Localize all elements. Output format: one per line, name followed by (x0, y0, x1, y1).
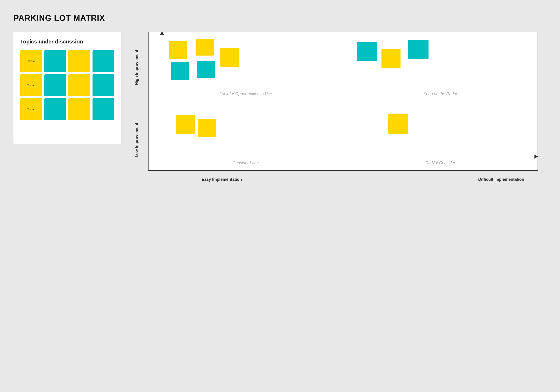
sticky-note[interactable] (197, 61, 215, 78)
topic-card[interactable] (68, 98, 90, 120)
x-axis-line (148, 170, 538, 171)
y-axis-arrow (160, 31, 164, 35)
sticky-note[interactable] (176, 115, 195, 134)
y-label-low: Low Improvement (134, 123, 139, 157)
x-axis-arrow (534, 155, 538, 159)
topics-grid: TopicTopicTopic (20, 50, 114, 120)
y-label-high: High Improvement (134, 50, 139, 85)
topic-card[interactable] (44, 50, 66, 72)
page-title: PARKING LOT MATRIX (13, 13, 547, 23)
sticky-note[interactable] (198, 119, 216, 137)
topic-card[interactable] (92, 50, 114, 72)
topic-card[interactable] (68, 74, 90, 96)
page: PARKING LOT MATRIX Topics under discussi… (0, 0, 560, 198)
sticky-note[interactable] (388, 114, 408, 134)
topic-card[interactable]: Topic (20, 50, 42, 72)
sticky-note[interactable] (357, 42, 377, 61)
topics-panel-title: Topics under discussion (20, 39, 114, 45)
topic-card[interactable] (92, 98, 114, 120)
quadrant-label-top-right: Keep on the Radar (343, 92, 538, 96)
quadrants: Look for Opportunities to Use Keep on th… (149, 32, 538, 170)
topic-card[interactable] (44, 98, 66, 120)
topic-card[interactable]: Topic (20, 98, 42, 120)
topic-card[interactable] (68, 50, 90, 72)
quadrant-bottom-left: Consider Later (149, 101, 343, 170)
topics-panel: Topics under discussion TopicTopicTopic (13, 32, 121, 144)
quadrant-top-right: Keep on the Radar (343, 32, 538, 101)
x-label-difficult: Difficult Implementation (478, 177, 524, 182)
topic-card[interactable] (92, 74, 114, 96)
matrix-wrapper: Look for Opportunities to Use Keep on th… (134, 32, 538, 184)
quadrant-top-left: Look for Opportunities to Use (149, 32, 343, 101)
quadrant-label-bottom-left: Consider Later (149, 161, 343, 165)
sticky-note[interactable] (381, 49, 400, 68)
content-row: Topics under discussion TopicTopicTopic … (13, 32, 547, 184)
quadrant-label-bottom-right: Do Not Consider (343, 161, 538, 165)
sticky-note[interactable] (196, 39, 214, 56)
quadrant-label-top-left: Look for Opportunities to Use (149, 92, 343, 96)
topic-card[interactable] (44, 74, 66, 96)
quadrant-bottom-right: Do Not Consider (343, 101, 538, 170)
sticky-note[interactable] (171, 62, 189, 80)
y-axis-line (148, 32, 149, 171)
sticky-note[interactable] (408, 40, 429, 59)
sticky-note[interactable] (220, 48, 240, 67)
sticky-note[interactable] (169, 41, 187, 59)
x-label-easy: Easy Implementation (202, 177, 242, 182)
topic-card[interactable]: Topic (20, 74, 42, 96)
